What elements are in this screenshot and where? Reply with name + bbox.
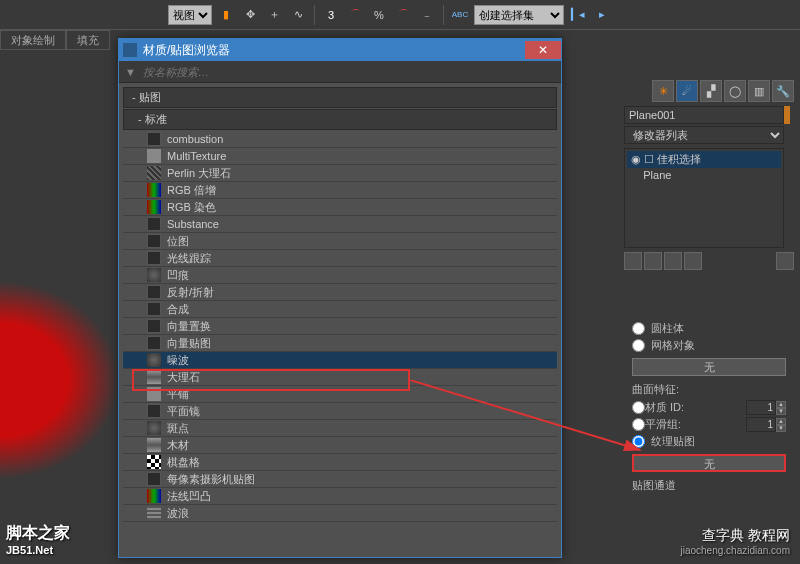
link-icon[interactable]: ∿ bbox=[288, 5, 308, 25]
watermark-right: 查字典 教程网jiaocheng.chazidian.com bbox=[680, 527, 790, 556]
map-icon bbox=[147, 217, 161, 231]
stack-item[interactable]: Plane bbox=[627, 168, 781, 182]
map-item[interactable]: 大理石 bbox=[123, 369, 557, 386]
configure-sets-icon[interactable] bbox=[776, 252, 794, 270]
bookmark-icon[interactable]: ▮ bbox=[216, 5, 236, 25]
spinner-up-icon[interactable]: ▲ bbox=[776, 401, 786, 408]
map-tree[interactable]: - 贴图 - 标准 combustion MultiTexture Perlin… bbox=[119, 83, 561, 557]
map-item[interactable]: Substance bbox=[123, 216, 557, 233]
tab-object-paint[interactable]: 对象绘制 bbox=[0, 30, 66, 50]
map-item[interactable]: 棋盘格 bbox=[123, 454, 557, 471]
map-item[interactable]: 平铺 bbox=[123, 386, 557, 403]
radio-mat-id[interactable] bbox=[632, 401, 645, 414]
map-icon bbox=[147, 336, 161, 350]
radio-label: 圆柱体 bbox=[651, 321, 684, 336]
search-input[interactable] bbox=[143, 66, 555, 78]
curve-header: 曲面特征: bbox=[624, 380, 794, 399]
tree-category-maps[interactable]: - 贴图 bbox=[123, 87, 557, 108]
viewport-select[interactable]: 视图 bbox=[168, 5, 212, 25]
radio-mesh[interactable]: 网格对象 bbox=[624, 337, 794, 354]
object-name-field[interactable] bbox=[624, 106, 784, 124]
spinner-down-icon[interactable]: ▼ bbox=[776, 425, 786, 432]
map-item-noise[interactable]: 噪波 bbox=[123, 352, 557, 369]
mat-id-spinner[interactable] bbox=[746, 400, 776, 415]
display-tab-icon[interactable]: ▥ bbox=[748, 80, 770, 102]
arc-a-icon[interactable]: ⌒ bbox=[345, 5, 365, 25]
modify-tab-icon[interactable]: ☄ bbox=[676, 80, 698, 102]
radio-input[interactable] bbox=[632, 322, 645, 335]
smooth-spinner[interactable] bbox=[746, 417, 776, 432]
map-item[interactable]: 每像素摄影机贴图 bbox=[123, 471, 557, 488]
map-item[interactable]: 向量置换 bbox=[123, 318, 557, 335]
pin-stack-icon[interactable] bbox=[624, 252, 642, 270]
watermark-left: 脚本之家JB51.Net bbox=[6, 523, 70, 556]
map-icon bbox=[147, 166, 161, 180]
prev-icon[interactable]: ▎◂ bbox=[568, 5, 588, 25]
command-panel-tabs: ✳ ☄ ▞ ◯ ▥ 🔧 bbox=[624, 80, 794, 102]
sub-icon[interactable]: ₋ bbox=[417, 5, 437, 25]
close-button[interactable]: ✕ bbox=[525, 41, 561, 59]
radio-cylinder[interactable]: 圆柱体 bbox=[624, 320, 794, 337]
spinner-down-icon[interactable]: ▼ bbox=[776, 408, 786, 415]
arc-b-icon[interactable]: ⌒ bbox=[393, 5, 413, 25]
map-item[interactable]: 光线跟踪 bbox=[123, 250, 557, 267]
map-icon bbox=[147, 404, 161, 418]
make-unique-icon[interactable] bbox=[664, 252, 682, 270]
map-item[interactable]: 向量贴图 bbox=[123, 335, 557, 352]
map-channel-header: 贴图通道 bbox=[624, 476, 794, 495]
radio-texmap[interactable]: 纹理贴图 bbox=[624, 433, 794, 450]
map-icon bbox=[147, 234, 161, 248]
smooth-label: 平滑组: bbox=[645, 417, 746, 432]
map-item[interactable]: Perlin 大理石 bbox=[123, 165, 557, 182]
map-item[interactable]: 合成 bbox=[123, 301, 557, 318]
map-item[interactable]: 斑点 bbox=[123, 420, 557, 437]
selection-set-select[interactable]: 创建选择集 bbox=[474, 5, 564, 25]
map-item[interactable]: 位图 bbox=[123, 233, 557, 250]
radio-input[interactable] bbox=[632, 339, 645, 352]
none-button-1[interactable]: 无 bbox=[632, 358, 786, 376]
map-item[interactable]: RGB 染色 bbox=[123, 199, 557, 216]
three-icon[interactable]: 3 bbox=[321, 5, 341, 25]
map-item[interactable]: 凹痕 bbox=[123, 267, 557, 284]
texture-map-none-button[interactable]: 无 bbox=[632, 454, 786, 472]
remove-modifier-icon[interactable] bbox=[684, 252, 702, 270]
dialog-title: 材质/贴图浏览器 bbox=[143, 42, 525, 59]
modifier-list[interactable]: 修改器列表 bbox=[624, 126, 784, 144]
radio-input[interactable] bbox=[632, 435, 645, 448]
map-icon bbox=[147, 132, 161, 146]
next-icon[interactable]: ▸ bbox=[592, 5, 612, 25]
map-item[interactable]: combustion bbox=[123, 131, 557, 148]
object-color-swatch[interactable] bbox=[784, 106, 790, 124]
modifier-stack[interactable]: ◉ ☐ 佳积选择 Plane bbox=[624, 148, 784, 248]
hierarchy-tab-icon[interactable]: ▞ bbox=[700, 80, 722, 102]
percent-icon[interactable]: % bbox=[369, 5, 389, 25]
map-item[interactable]: 法线凹凸 bbox=[123, 488, 557, 505]
map-item[interactable]: MultiTexture bbox=[123, 148, 557, 165]
map-icon bbox=[147, 149, 161, 163]
radio-label: 纹理贴图 bbox=[651, 434, 695, 449]
map-item[interactable]: 波浪 bbox=[123, 505, 557, 522]
create-tab-icon[interactable]: ✳ bbox=[652, 80, 674, 102]
map-icon bbox=[147, 506, 161, 520]
show-end-icon[interactable] bbox=[644, 252, 662, 270]
utilities-tab-icon[interactable]: 🔧 bbox=[772, 80, 794, 102]
stack-item-selected[interactable]: ◉ ☐ 佳积选择 bbox=[627, 151, 781, 168]
search-menu-icon[interactable]: ▼ bbox=[125, 66, 139, 78]
map-item[interactable]: RGB 倍增 bbox=[123, 182, 557, 199]
map-icon bbox=[147, 489, 161, 503]
move-icon[interactable]: ✥ bbox=[240, 5, 260, 25]
map-icon bbox=[147, 200, 161, 214]
main-toolbar: 视图 ▮ ✥ ＋ ∿ 3 ⌒ % ⌒ ₋ ABC 创建选择集 ▎◂ ▸ bbox=[0, 0, 800, 30]
abc-icon[interactable]: ABC bbox=[450, 5, 470, 25]
map-item[interactable]: 反射/折射 bbox=[123, 284, 557, 301]
map-item[interactable]: 平面镜 bbox=[123, 403, 557, 420]
motion-tab-icon[interactable]: ◯ bbox=[724, 80, 746, 102]
map-item[interactable]: 木材 bbox=[123, 437, 557, 454]
stack-toolbar bbox=[624, 252, 794, 270]
radio-smooth[interactable] bbox=[632, 418, 645, 431]
spinner-up-icon[interactable]: ▲ bbox=[776, 418, 786, 425]
tab-fill[interactable]: 填充 bbox=[66, 30, 110, 50]
dialog-title-bar: 材质/贴图浏览器 ✕ bbox=[119, 39, 561, 61]
tree-category-standard[interactable]: - 标准 bbox=[123, 109, 557, 130]
plus-icon[interactable]: ＋ bbox=[264, 5, 284, 25]
